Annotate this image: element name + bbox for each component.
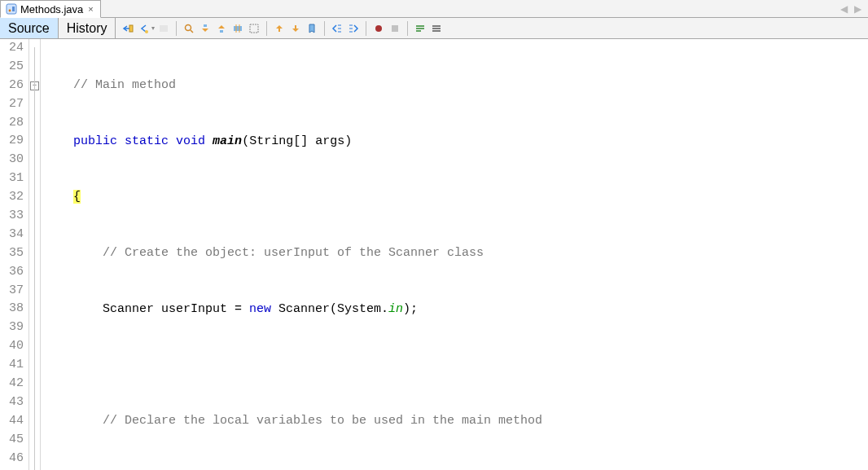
svg-rect-2 [12,7,15,11]
svg-rect-3 [129,25,133,32]
line-number: 45 [0,431,24,450]
file-tab-label: Methods.java [20,3,83,15]
line-number: 39 [0,318,24,337]
last-edit-icon[interactable] [121,21,135,36]
line-number: 44 [0,412,24,431]
file-tab[interactable]: Methods.java × [0,0,101,18]
editor-toolbar: ▾ [116,18,449,38]
java-file-icon [6,3,17,15]
line-number: 38 [0,300,24,318]
code-line: { [44,188,868,207]
tab-source[interactable]: Source [0,18,59,38]
code-line: // Create the object: userInput of the S… [44,244,868,263]
tab-history[interactable]: History [59,18,116,38]
code-line: public static void main(String[] args) [44,133,868,152]
shift-right-icon[interactable] [346,21,361,36]
line-number: 29 [0,132,24,151]
code-line: // Declare the local variables to be use… [44,412,868,431]
svg-rect-0 [7,4,16,14]
prev-bookmark-icon[interactable] [272,21,287,36]
toggle-bookmark-icon[interactable] [305,21,319,36]
nav-right-icon[interactable]: ▶ [854,3,861,15]
dropdown-caret-icon[interactable]: ▾ [151,24,155,32]
line-number: 25 [0,58,24,77]
line-number: 43 [0,393,24,412]
line-number: 26 [0,77,24,95]
svg-rect-12 [392,25,398,32]
line-number: 46 [0,450,24,468]
close-icon[interactable]: × [86,4,94,14]
svg-point-11 [375,25,382,32]
svg-point-1 [9,10,11,12]
back-icon[interactable] [137,21,151,36]
toggle-highlight-icon[interactable] [230,21,245,36]
nav-left-icon[interactable]: ◀ [840,3,848,15]
find-prev-icon[interactable] [198,21,213,36]
line-number: 36 [0,263,24,282]
svg-point-6 [186,24,191,30]
line-number: 34 [0,226,24,244]
fold-guide-line [34,47,35,470]
code-line: // Main method [44,77,868,95]
find-selection-icon[interactable] [182,21,196,36]
toolbar-row: Source History ▾ [0,18,868,39]
next-bookmark-icon[interactable] [288,21,303,36]
macro-record-icon[interactable] [371,21,386,36]
code-editor[interactable]: 2425262728293031323334353637383940414243… [0,39,868,470]
toggle-rectangular-icon[interactable] [247,21,261,36]
code-line [44,356,868,375]
forward-icon[interactable] [156,21,171,36]
comment-icon[interactable] [413,21,427,36]
line-number: 35 [0,244,24,263]
svg-rect-8 [220,30,223,33]
line-number: 31 [0,169,24,188]
tab-nav-arrows: ◀ ▶ [840,3,868,15]
svg-point-4 [145,30,148,33]
uncomment-icon[interactable] [429,21,444,36]
line-number-gutter: 2425262728293031323334353637383940414243… [0,39,29,470]
macro-stop-icon[interactable] [388,21,402,36]
line-number: 32 [0,188,24,207]
code-line: Scanner userInput = new Scanner(System.i… [44,301,868,319]
svg-rect-10 [250,24,258,33]
code-area[interactable]: // Main method public static void main(S… [41,39,868,470]
find-next-icon[interactable] [214,21,229,36]
fold-column[interactable]: − [29,39,41,470]
line-number: 28 [0,114,24,133]
line-number: 24 [0,39,24,58]
svg-rect-7 [204,24,207,27]
svg-rect-5 [160,25,168,32]
line-number: 42 [0,375,24,393]
line-number: 33 [0,207,24,226]
shift-left-icon[interactable] [330,21,344,36]
line-number: 27 [0,95,24,114]
file-tab-row: Methods.java × ◀ ▶ [0,0,868,18]
line-number: 41 [0,356,24,375]
line-number: 30 [0,151,24,169]
line-number: 37 [0,282,24,301]
svg-rect-9 [234,26,242,31]
line-number: 40 [0,337,24,356]
